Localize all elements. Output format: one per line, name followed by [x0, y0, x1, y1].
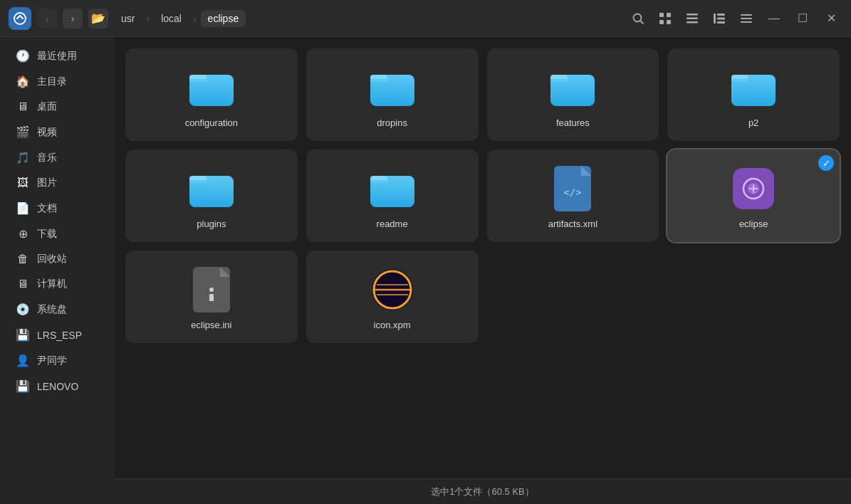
sidebar: 🕐 最近使用 🏠 主目录 🖥 桌面 🎬 视频 🎵 音乐 🖼 图片 📄 文档 ⊕	[0, 37, 114, 504]
svg-line-2	[641, 21, 644, 23]
minimize-button[interactable]: —	[763, 7, 785, 30]
file-item-icon-xpm[interactable]: icon.xpm	[306, 251, 479, 343]
sidebar-item-lenovo[interactable]: 💾 LENOVO	[4, 374, 110, 399]
sidebar-label-yun: 尹同学	[37, 355, 67, 367]
svg-rect-10	[714, 14, 716, 23]
sidebar-label-downloads: 下载	[37, 228, 57, 241]
file-item-artifacts[interactable]: </> artifacts.xml	[487, 149, 659, 242]
sidebar-item-lrs[interactable]: 💾 LRS_ESP	[4, 322, 110, 347]
svg-rect-46	[209, 294, 214, 301]
breadcrumb-sep-2: ›	[192, 13, 198, 24]
svg-rect-31	[189, 180, 207, 183]
sidebar-label-documents: 文档	[37, 202, 57, 215]
system-icon: 💿	[16, 303, 30, 316]
breadcrumb-local[interactable]: local	[154, 10, 189, 27]
folder-icon-plugins	[189, 166, 234, 211]
file-label-p2: p2	[748, 117, 758, 128]
yun-icon: 👤	[16, 354, 30, 367]
statusbar: 选中1个文件（60.5 KB）	[114, 478, 851, 504]
search-button[interactable]	[627, 8, 649, 29]
music-icon: 🎵	[16, 151, 30, 164]
file-label-eclipse-app: eclipse	[739, 219, 768, 229]
folder-icon-readme	[370, 166, 415, 211]
sidebar-item-music[interactable]: 🎵 音乐	[4, 145, 110, 170]
sidebar-label-trash: 回收站	[37, 253, 67, 266]
file-label-configuration: configuration	[185, 117, 238, 128]
sidebar-item-video[interactable]: 🎬 视频	[4, 120, 110, 145]
breadcrumb: usr › local › eclipse	[114, 10, 622, 27]
sidebar-item-computer[interactable]: 🖥 计算机	[4, 272, 110, 296]
downloads-icon: ⊕	[16, 227, 30, 241]
sidebar-label-desktop: 桌面	[37, 100, 57, 113]
file-label-artifacts: artifacts.xml	[548, 219, 597, 229]
svg-rect-4	[667, 13, 671, 17]
svg-rect-28	[731, 79, 748, 82]
sidebar-item-pictures[interactable]: 🖼 图片	[4, 171, 110, 195]
svg-point-0	[14, 13, 26, 24]
svg-text:</>: </>	[564, 187, 582, 198]
svg-rect-7	[686, 14, 698, 16]
folder-icon-p2	[731, 65, 776, 110]
main-layout: 🕐 最近使用 🏠 主目录 🖥 桌面 🎬 视频 🎵 音乐 🖼 图片 📄 文档 ⊕	[0, 37, 851, 504]
sidebar-item-system[interactable]: 💿 系统盘	[4, 297, 110, 322]
file-label-plugins: plugins	[197, 219, 226, 229]
file-grid: configuration	[114, 37, 851, 478]
details-view-button[interactable]	[709, 8, 730, 29]
svg-rect-25	[550, 79, 568, 82]
computer-icon: 🖥	[16, 278, 30, 290]
close-button[interactable]: ✕	[820, 7, 842, 30]
file-item-eclipse-ini[interactable]: eclipse.ini	[125, 251, 298, 343]
sidebar-label-lenovo: LENOVO	[37, 381, 78, 392]
folder-icon-dropins	[370, 65, 415, 110]
video-icon: 🎬	[16, 125, 30, 139]
sidebar-item-recent[interactable]: 🕐 最近使用	[4, 43, 110, 68]
file-item-plugins[interactable]: plugins	[125, 149, 298, 242]
documents-icon: 📄	[16, 201, 30, 215]
sidebar-item-documents[interactable]: 📄 文档	[4, 196, 110, 221]
sidebar-label-lrs: LRS_ESP	[37, 330, 82, 341]
sidebar-item-trash[interactable]: 🗑 回收站	[4, 247, 110, 271]
xpm-file-icon	[370, 267, 415, 313]
pictures-icon: 🖼	[16, 177, 30, 189]
svg-rect-34	[370, 180, 387, 183]
breadcrumb-usr[interactable]: usr	[114, 10, 142, 27]
folder-icon-features	[550, 65, 595, 110]
app-file-icon	[731, 166, 776, 211]
recent-icon: 🕐	[16, 49, 30, 63]
sidebar-label-home: 主目录	[37, 75, 67, 88]
breadcrumb-eclipse[interactable]: eclipse	[201, 10, 246, 27]
svg-rect-11	[717, 14, 725, 16]
svg-rect-6	[667, 20, 671, 24]
maximize-button[interactable]: ☐	[791, 7, 814, 30]
file-content: configuration	[114, 37, 851, 504]
forward-button[interactable]: ›	[63, 9, 83, 28]
file-item-p2[interactable]: p2	[667, 48, 840, 141]
sidebar-label-pictures: 图片	[37, 177, 57, 189]
menu-button[interactable]	[736, 8, 757, 29]
sidebar-label-music: 音乐	[37, 152, 57, 164]
sidebar-item-yun[interactable]: 👤 尹同学	[4, 348, 110, 373]
file-label-dropins: dropins	[377, 117, 407, 128]
sidebar-item-desktop[interactable]: 🖥 桌面	[4, 95, 110, 119]
file-item-readme[interactable]: readme	[306, 149, 479, 242]
sidebar-label-recent: 最近使用	[37, 50, 77, 63]
statusbar-text: 选中1个文件（60.5 KB）	[431, 485, 534, 498]
file-item-configuration[interactable]: configuration	[125, 48, 298, 141]
svg-point-45	[209, 288, 214, 292]
file-item-dropins[interactable]: dropins	[306, 48, 479, 141]
grid-view-button[interactable]	[654, 8, 676, 29]
back-button[interactable]: ‹	[37, 9, 57, 28]
file-item-eclipse-app[interactable]: ✓ eclipse	[667, 149, 840, 242]
sidebar-item-downloads[interactable]: ⊕ 下载	[4, 221, 110, 246]
trash-icon: 🗑	[16, 253, 30, 266]
svg-rect-8	[686, 17, 698, 19]
sidebar-label-system: 系统盘	[37, 303, 67, 316]
breadcrumb-sep-1: ›	[145, 13, 151, 24]
sidebar-item-home[interactable]: 🏠 主目录	[4, 69, 110, 94]
file-item-features[interactable]: features	[487, 48, 659, 141]
list-view-button[interactable]	[682, 8, 703, 29]
sidebar-label-video: 视频	[37, 126, 57, 139]
folder-up-button[interactable]: 📂	[88, 9, 108, 28]
svg-rect-5	[659, 20, 664, 24]
sidebar-label-computer: 计算机	[37, 278, 67, 290]
